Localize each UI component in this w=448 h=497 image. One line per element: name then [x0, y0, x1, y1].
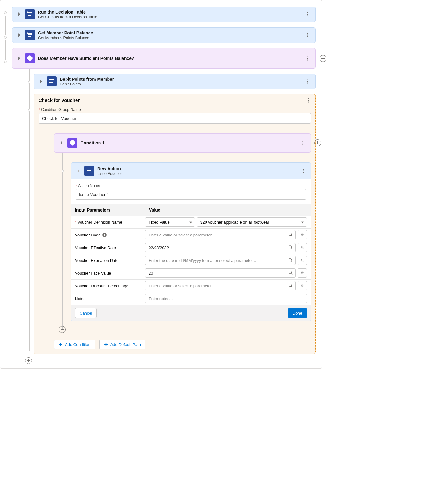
- step-menu[interactable]: [303, 31, 312, 39]
- expand-toggle[interactable]: [59, 140, 65, 146]
- action-icon: [25, 30, 35, 40]
- add-step-bottom-button[interactable]: [25, 357, 32, 364]
- fx-button[interactable]: fx: [298, 281, 307, 290]
- select-value: $20 voucher applicable on all footwear: [200, 220, 269, 225]
- add-condition-button[interactable]: Add Condition: [54, 340, 95, 349]
- action-subtitle: Issue Voucher: [97, 171, 122, 176]
- fx-button[interactable]: fx: [298, 256, 307, 265]
- param-label: Voucher Effective Date: [75, 245, 116, 250]
- required-indicator: *: [76, 184, 77, 188]
- step-menu[interactable]: [303, 77, 312, 86]
- expand-toggle[interactable]: [38, 78, 44, 84]
- placeholder-text: Enter the date in dd/MM/yyyy format or s…: [149, 258, 256, 263]
- expand-toggle[interactable]: [16, 55, 22, 62]
- action-icon: [47, 76, 57, 86]
- param-label: Voucher Expiration Date: [75, 258, 118, 263]
- process-canvas: Run the Decision Table Get Outputs from …: [0, 0, 322, 369]
- cancel-button[interactable]: Cancel: [75, 308, 97, 318]
- expand-toggle[interactable]: [76, 168, 82, 174]
- add-default-path-label: Add Default Path: [110, 342, 141, 347]
- expand-toggle[interactable]: [16, 11, 22, 17]
- group-name-input[interactable]: [39, 113, 311, 124]
- param-label: Notes: [75, 296, 85, 301]
- step-decision-table[interactable]: Run the Decision Table Get Outputs from …: [12, 7, 316, 22]
- condition-title: Condition 1: [81, 140, 104, 145]
- step-debit-points[interactable]: Debit Points from Member Debit Points: [34, 74, 316, 89]
- fx-button[interactable]: fx: [298, 268, 307, 278]
- step-title: Does Member Have Sufficient Points Balan…: [38, 56, 134, 61]
- param-label: Voucher Definition Name: [77, 220, 122, 225]
- add-condition-button[interactable]: [314, 139, 321, 146]
- step-title: Get Member Point Balance: [38, 30, 93, 35]
- param-label: Voucher Code: [75, 233, 100, 237]
- value-header: Value: [145, 204, 311, 216]
- group-name-label: Condition Group Name: [41, 107, 81, 112]
- face-value-input[interactable]: 20: [145, 268, 296, 278]
- panel-title: Check for Voucher: [39, 98, 80, 103]
- add-default-path-button[interactable]: Add Default Path: [99, 340, 145, 349]
- step-subtitle: Get Outputs from a Decision Table: [38, 15, 97, 19]
- condition-menu[interactable]: [299, 139, 307, 147]
- voucher-def-value-select[interactable]: $20 voucher applicable on all footwear: [197, 217, 307, 227]
- action-name-label: Action Name: [78, 184, 100, 188]
- input-value: 02/03/2022: [149, 245, 169, 250]
- search-icon: [289, 271, 293, 275]
- param-label: Voucher Face Value: [75, 271, 111, 276]
- fx-button[interactable]: fx: [298, 230, 307, 239]
- action-name-input[interactable]: [76, 189, 306, 200]
- exp-date-input[interactable]: Enter the date in dd/MM/yyyy format or s…: [145, 256, 296, 265]
- action-icon: [25, 9, 35, 19]
- voucher-code-input[interactable]: Enter a value or select a parameter...: [145, 230, 296, 239]
- panel-menu[interactable]: [305, 96, 313, 105]
- search-icon: [289, 233, 293, 237]
- required-indicator: *: [39, 107, 40, 112]
- required-indicator: *: [75, 220, 76, 225]
- add-step-button[interactable]: [320, 55, 326, 62]
- search-icon: [289, 245, 293, 250]
- step-menu[interactable]: [303, 54, 312, 63]
- select-value: Fixed Value: [149, 220, 170, 225]
- params-header: Input Parameters: [71, 204, 145, 216]
- step-title: Run the Decision Table: [38, 10, 97, 15]
- step-subtitle: Get Member's Points Balance: [38, 36, 93, 40]
- branch-icon: [67, 138, 77, 148]
- add-below-action-button[interactable]: [59, 326, 66, 333]
- placeholder-text: Enter a value or select a parameter...: [149, 284, 215, 288]
- expand-toggle[interactable]: [16, 32, 22, 38]
- discount-pct-input[interactable]: Enter a value or select a parameter...: [145, 281, 296, 290]
- condition-1-header[interactable]: Condition 1: [54, 133, 311, 153]
- check-voucher-panel: Check for Voucher * Condition Group Name: [34, 94, 316, 354]
- search-icon: [289, 284, 293, 288]
- caret-down-icon: [189, 220, 192, 225]
- notes-input[interactable]: Enter notes...: [145, 294, 307, 303]
- branch-icon: [25, 53, 35, 63]
- voucher-def-type-select[interactable]: Fixed Value: [145, 217, 195, 227]
- add-condition-label: Add Condition: [65, 342, 90, 347]
- param-label: Voucher Discount Percentage: [75, 284, 128, 288]
- step-menu[interactable]: [303, 10, 312, 19]
- step-title: Debit Points from Member: [60, 77, 114, 82]
- step-member-balance[interactable]: Get Member Point Balance Get Member's Po…: [12, 27, 316, 43]
- action-icon: [84, 166, 94, 176]
- step-subtitle: Debit Points: [60, 82, 114, 86]
- action-title: New Action: [97, 166, 122, 171]
- placeholder-text: Enter notes...: [149, 296, 173, 301]
- fx-button[interactable]: fx: [298, 243, 307, 252]
- placeholder-text: Enter a value or select a parameter...: [149, 233, 215, 237]
- action-box: New Action Issue Voucher * Action Name: [71, 162, 311, 321]
- step-sufficient-points[interactable]: Does Member Have Sufficient Points Balan…: [12, 48, 316, 69]
- input-value: 20: [149, 271, 153, 276]
- left-rail: [0, 0, 10, 368]
- action-menu[interactable]: [299, 166, 307, 175]
- eff-date-input[interactable]: 02/03/2022: [145, 243, 296, 252]
- search-icon: [289, 258, 293, 262]
- caret-down-icon: [301, 220, 304, 225]
- done-button[interactable]: Done: [288, 308, 307, 318]
- info-icon[interactable]: i: [102, 233, 107, 237]
